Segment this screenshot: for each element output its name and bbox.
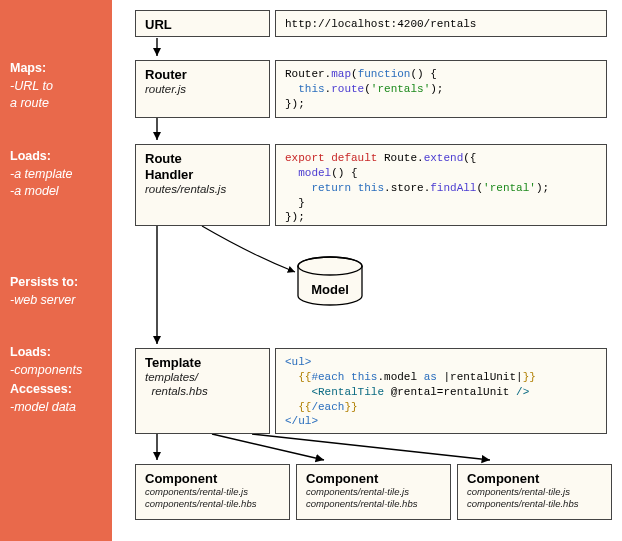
- model-label: Model: [311, 282, 349, 297]
- url-label: URL: [145, 17, 172, 32]
- sidebar-maps-title: Maps:: [10, 60, 53, 78]
- sidebar-loads2-line-0: -components: [10, 362, 82, 380]
- route-handler-label: RouteHandler: [145, 151, 260, 182]
- sidebar: Maps: -URL to a route Loads: -a template…: [0, 0, 112, 541]
- url-label-box: URL: [135, 10, 270, 37]
- template-file: templates/ rentals.hbs: [145, 370, 260, 399]
- router-label-box: Router router.js: [135, 60, 270, 118]
- sidebar-accesses: Accesses: -model data: [10, 381, 76, 416]
- url-value-box: http://localhost:4200/rentals: [275, 10, 607, 37]
- component-files-2: components/rental-tile.js components/ren…: [306, 486, 441, 510]
- component-label-3: Component: [467, 471, 602, 486]
- router-label: Router: [145, 67, 260, 82]
- component-files-1: components/rental-tile.js components/ren…: [145, 486, 280, 510]
- sidebar-maps-line-1: a route: [10, 95, 53, 113]
- sidebar-loads1-line-0: -a template: [10, 166, 73, 184]
- route-handler-file: routes/rentals.js: [145, 182, 260, 196]
- sidebar-persists: Persists to: -web server: [10, 274, 78, 309]
- sidebar-loads1-line-1: -a model: [10, 183, 73, 201]
- sidebar-loads1-title: Loads:: [10, 148, 73, 166]
- sidebar-persists-line-0: -web server: [10, 292, 78, 310]
- svg-line-5: [252, 434, 490, 460]
- template-label: Template: [145, 355, 260, 370]
- route-handler-code-box: export default Route.extend({ model() { …: [275, 144, 607, 226]
- diagram-canvas: URL http://localhost:4200/rentals Router…: [112, 0, 622, 541]
- sidebar-loads2-title: Loads:: [10, 344, 82, 362]
- router-code: Router.map(function() { this.route('rent…: [285, 67, 597, 112]
- route-handler-label-box: RouteHandler routes/rentals.js: [135, 144, 270, 226]
- url-value: http://localhost:4200/rentals: [285, 17, 597, 32]
- sidebar-maps: Maps: -URL to a route: [10, 60, 53, 113]
- svg-point-6: [298, 257, 362, 275]
- component-box-1: Component components/rental-tile.js comp…: [135, 464, 290, 520]
- template-code-box: <ul> {{#each this.model as |rentalUnit|}…: [275, 348, 607, 434]
- sidebar-accesses-title: Accesses:: [10, 381, 76, 399]
- sidebar-loads2: Loads: -components: [10, 344, 82, 379]
- router-file: router.js: [145, 82, 260, 96]
- component-files-3: components/rental-tile.js components/ren…: [467, 486, 602, 510]
- sidebar-maps-line-0: -URL to: [10, 78, 53, 96]
- router-code-box: Router.map(function() { this.route('rent…: [275, 60, 607, 118]
- route-handler-code: export default Route.extend({ model() { …: [285, 151, 597, 225]
- sidebar-loads1: Loads: -a template -a model: [10, 148, 73, 201]
- sidebar-accesses-line-0: -model data: [10, 399, 76, 417]
- svg-point-7: [298, 257, 362, 275]
- component-box-3: Component components/rental-tile.js comp…: [457, 464, 612, 520]
- component-box-2: Component components/rental-tile.js comp…: [296, 464, 451, 520]
- sidebar-persists-title: Persists to:: [10, 274, 78, 292]
- template-label-box: Template templates/ rentals.hbs: [135, 348, 270, 434]
- template-code: <ul> {{#each this.model as |rentalUnit|}…: [285, 355, 597, 429]
- component-label-1: Component: [145, 471, 280, 486]
- model-cylinder: Model: [307, 282, 353, 297]
- svg-line-4: [212, 434, 324, 460]
- component-label-2: Component: [306, 471, 441, 486]
